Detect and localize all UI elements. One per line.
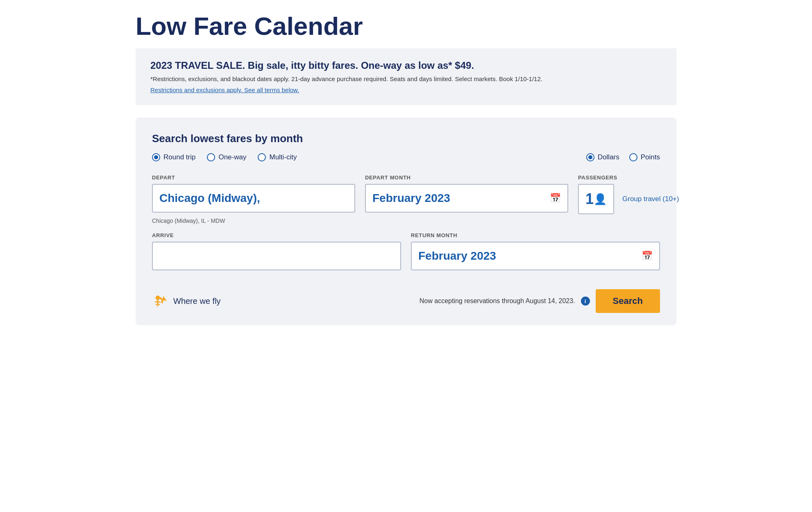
depart-field-group: DEPART Chicago (Midway), Chicago (Midway… — [152, 174, 355, 224]
radio-label-points: Points — [641, 153, 660, 161]
return-month-calendar-icon: 📅 — [642, 251, 653, 261]
radio-one-way[interactable]: One-way — [207, 153, 246, 161]
passengers-label: PASSENGERS — [578, 174, 660, 181]
depart-month-label: DEPART MONTH — [365, 174, 568, 181]
currency-options: Dollars Points — [586, 153, 660, 161]
promo-terms-link[interactable]: Restrictions and exclusions apply. See a… — [150, 86, 299, 93]
arrive-label: ARRIVE — [152, 232, 401, 238]
info-icon[interactable]: i — [581, 297, 590, 306]
radio-label-dollars: Dollars — [598, 153, 619, 161]
passengers-input[interactable]: 1 👤 — [578, 184, 614, 214]
bottom-right: Now accepting reservations through Augus… — [420, 289, 660, 313]
passengers-field-group: PASSENGERS 1 👤 Group travel (10+) — [578, 174, 660, 214]
passengers-row: 1 👤 Group travel (10+) — [578, 184, 660, 214]
arrive-input[interactable] — [152, 242, 401, 270]
radio-dollars[interactable]: Dollars — [586, 153, 619, 161]
promo-subtext: *Restrictions, exclusions, and blackout … — [150, 75, 662, 82]
depart-month-calendar-icon: 📅 — [550, 193, 561, 204]
bottom-form-row: ARRIVE RETURN MONTH February 2023 📅 — [152, 232, 660, 270]
return-month-input[interactable]: February 2023 📅 — [411, 242, 660, 270]
return-month-label: RETURN MONTH — [411, 232, 660, 238]
search-button[interactable]: Search — [596, 289, 660, 313]
where-we-fly-link[interactable]: Where we fly — [152, 293, 221, 309]
search-box: Search lowest fares by month Round trip … — [136, 118, 676, 325]
bottom-bar: Where we fly Now accepting reservations … — [152, 285, 660, 313]
group-travel-link[interactable]: Group travel (10+) — [622, 195, 679, 203]
top-form-row: DEPART Chicago (Midway), Chicago (Midway… — [152, 174, 660, 224]
radio-points[interactable]: Points — [629, 153, 660, 161]
where-we-fly-icon — [152, 293, 168, 309]
return-month-value: February 2023 — [418, 249, 496, 263]
depart-month-field-group: DEPART MONTH February 2023 📅 — [365, 174, 568, 213]
return-month-field-group: RETURN MONTH February 2023 📅 — [411, 232, 660, 270]
radio-circle-one-way — [207, 153, 215, 161]
page-title: Low Fare Calendar — [136, 0, 676, 48]
trip-type-options: Round trip One-way Multi-city — [152, 153, 297, 161]
depart-value: Chicago (Midway), — [159, 192, 260, 205]
trip-type-row: Round trip One-way Multi-city Dollars — [152, 153, 660, 161]
radio-label-multi-city: Multi-city — [269, 153, 297, 161]
reservations-text: Now accepting reservations through Augus… — [420, 297, 575, 305]
promo-headline: 2023 TRAVEL SALE. Big sale, itty bitty f… — [150, 60, 662, 71]
search-box-title: Search lowest fares by month — [152, 132, 660, 145]
passengers-value: 1 — [585, 190, 594, 208]
radio-round-trip[interactable]: Round trip — [152, 153, 195, 161]
promo-banner: 2023 TRAVEL SALE. Big sale, itty bitty f… — [136, 48, 676, 105]
radio-circle-dollars — [586, 153, 594, 161]
where-we-fly-label: Where we fly — [173, 297, 221, 306]
depart-label: DEPART — [152, 174, 355, 181]
radio-label-one-way: One-way — [218, 153, 246, 161]
depart-month-input[interactable]: February 2023 📅 — [365, 184, 568, 213]
radio-circle-points — [629, 153, 637, 161]
radio-circle-round-trip — [152, 153, 160, 161]
depart-month-value: February 2023 — [372, 192, 450, 205]
arrive-field-group: ARRIVE — [152, 232, 401, 270]
radio-multi-city[interactable]: Multi-city — [258, 153, 297, 161]
radio-label-round-trip: Round trip — [163, 153, 195, 161]
radio-circle-multi-city — [258, 153, 266, 161]
depart-sublabel: Chicago (Midway), IL - MDW — [152, 217, 355, 224]
person-icon: 👤 — [594, 193, 607, 206]
depart-input[interactable]: Chicago (Midway), — [152, 184, 355, 213]
